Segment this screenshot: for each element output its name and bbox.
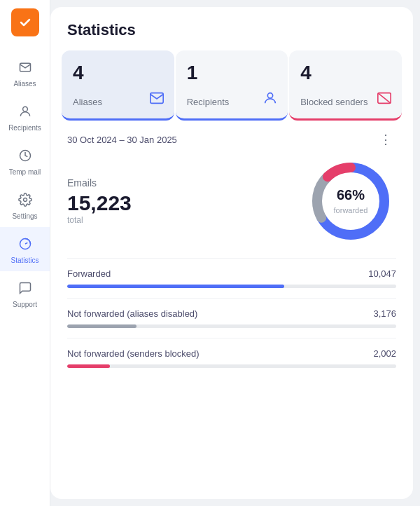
support-icon <box>15 278 35 298</box>
sidebar-item-recipients-label: Recipients <box>8 124 41 132</box>
app-logo[interactable] <box>11 8 39 36</box>
recipients-icon <box>15 102 35 121</box>
progress-bar-fill-blocked <box>67 364 110 368</box>
progress-bar-fill-forwarded <box>67 285 284 288</box>
recipients-card-icon <box>262 90 278 109</box>
sidebar: Aliases Recipients Temp mail Set <box>0 0 50 506</box>
page-header: Statistics <box>50 7 413 50</box>
donut-subtitle: forwarded <box>334 206 368 214</box>
email-total-label: total <box>67 215 132 225</box>
email-left: Emails 15,223 total <box>67 177 132 225</box>
progress-header-disabled: Not forwarded (aliases disabled) 3,176 <box>67 308 396 319</box>
progress-name-disabled: Not forwarded (aliases disabled) <box>67 308 197 319</box>
progress-section: Forwarded 10,047 Not forwarded (aliases … <box>50 247 413 378</box>
date-section: 30 Oct 2024 – 30 Jan 2025 ⋮ <box>50 132 413 147</box>
email-label: Emails <box>67 177 132 189</box>
alias-icon <box>15 57 35 77</box>
stat-number-blocked: 4 <box>300 62 391 84</box>
gear-icon <box>15 190 35 210</box>
donut-label: 66% forwarded <box>334 187 368 216</box>
sidebar-item-statistics-label: Statistics <box>10 257 38 264</box>
svg-point-6 <box>268 93 273 98</box>
progress-name-blocked: Not forwarded (senders blocked) <box>67 348 200 359</box>
date-range-text: 30 Oct 2024 – 30 Jan 2025 <box>67 135 177 145</box>
progress-header-forwarded: Forwarded 10,047 <box>67 268 396 279</box>
progress-value-blocked: 2,002 <box>373 348 396 359</box>
progress-name-forwarded: Forwarded <box>67 268 111 279</box>
sidebar-item-settings-label: Settings <box>12 212 37 220</box>
svg-point-3 <box>23 198 27 202</box>
page-title: Statistics <box>67 21 396 39</box>
stat-card-recipients[interactable]: 1 Recipients <box>176 50 288 121</box>
sidebar-item-temp-mail-label: Temp mail <box>9 168 41 176</box>
more-options-button[interactable]: ⋮ <box>375 132 396 147</box>
email-stats-section: Emails 15,223 total 66% forwarded <box>50 156 413 247</box>
sidebar-item-recipients[interactable]: Recipients <box>0 95 50 139</box>
progress-bar-bg-disabled <box>67 324 396 328</box>
email-count: 15,223 <box>67 191 132 215</box>
progress-bar-bg-blocked <box>67 364 396 368</box>
progress-item-blocked: Not forwarded (senders blocked) 2,002 <box>67 338 396 378</box>
stat-card-aliases[interactable]: 4 Aliases <box>62 50 174 121</box>
sidebar-item-aliases[interactable]: Aliases <box>0 50 50 95</box>
svg-line-8 <box>378 93 391 104</box>
donut-chart: 66% forwarded <box>305 156 396 247</box>
sidebar-item-settings[interactable]: Settings <box>0 183 50 227</box>
sidebar-item-temp-mail[interactable]: Temp mail <box>0 139 50 183</box>
sidebar-item-statistics[interactable]: Statistics <box>0 227 50 271</box>
donut-percentage: 66% <box>334 187 368 203</box>
svg-point-1 <box>22 107 27 111</box>
progress-bar-fill-disabled <box>67 324 136 328</box>
sidebar-item-support[interactable]: Support <box>0 271 50 315</box>
stat-number-aliases: 4 <box>73 62 163 84</box>
alias-card-icon <box>149 90 164 109</box>
progress-value-disabled: 3,176 <box>373 308 396 319</box>
stats-cards: 4 Aliases 1 Recipients 4 Block <box>50 50 413 132</box>
progress-bar-bg-forwarded <box>67 285 396 288</box>
temp-mail-icon <box>15 146 35 165</box>
progress-value-forwarded: 10,047 <box>368 268 396 279</box>
stat-number-recipients: 1 <box>187 62 277 84</box>
stat-card-blocked[interactable]: 4 Blocked senders <box>289 50 402 121</box>
main-content: Statistics 4 Aliases 1 Recipients <box>50 7 413 499</box>
sidebar-item-aliases-label: Aliases <box>13 80 36 88</box>
progress-item-forwarded: Forwarded 10,047 <box>67 258 396 298</box>
progress-item-disabled: Not forwarded (aliases disabled) 3,176 <box>67 298 396 338</box>
statistics-icon <box>15 234 35 254</box>
sidebar-item-support-label: Support <box>13 301 37 308</box>
blocked-card-icon <box>377 90 392 109</box>
progress-header-blocked: Not forwarded (senders blocked) 2,002 <box>67 348 396 359</box>
